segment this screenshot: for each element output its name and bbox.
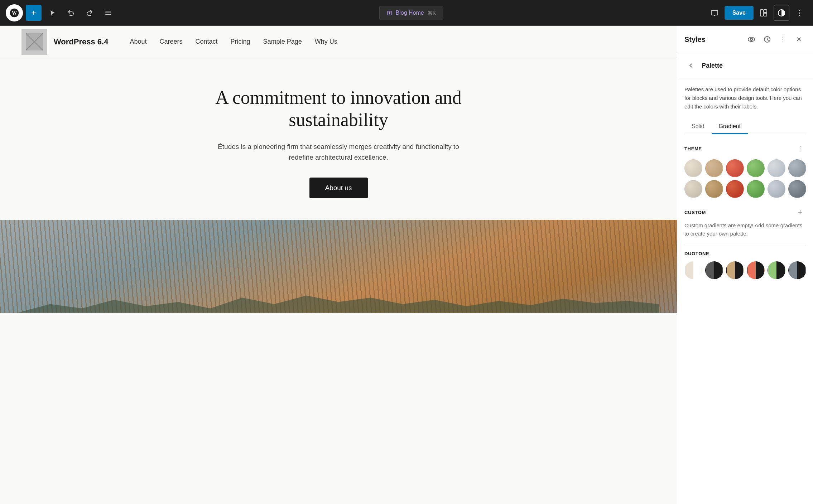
color-tabs: Solid Gradient <box>684 120 806 134</box>
hero-subtitle: Études is a pioneering firm that seamles… <box>217 141 460 163</box>
svg-text:W: W <box>12 10 17 16</box>
select-tool-button[interactable] <box>44 5 60 21</box>
duotone-grid <box>684 261 806 279</box>
duotone-swatch-5[interactable] <box>768 261 785 279</box>
add-custom-gradient-button[interactable]: + <box>794 207 806 218</box>
building-photo <box>0 220 677 313</box>
site-preview: WordPress 6.4 About Careers Contact Pric… <box>0 26 677 504</box>
svg-rect-8 <box>764 10 767 13</box>
tab-gradient[interactable]: Gradient <box>712 120 748 134</box>
svg-rect-7 <box>760 10 763 16</box>
styles-eye-button[interactable] <box>744 32 759 47</box>
duotone-swatch-1[interactable] <box>684 261 702 279</box>
undo-button[interactable] <box>63 5 79 21</box>
styles-close-button[interactable]: ✕ <box>792 32 806 47</box>
options-button[interactable]: ⋮ <box>792 5 807 21</box>
custom-section-header: CUSTOM + <box>684 207 806 218</box>
duotone-swatch-4[interactable] <box>747 261 765 279</box>
panel-header: Styles ⋮ ✕ <box>677 26 813 53</box>
nav-why-us[interactable]: Why Us <box>315 38 337 45</box>
panel-title: Styles <box>684 35 706 44</box>
svg-point-14 <box>748 37 755 42</box>
blog-home-label: Blog Home <box>396 10 424 16</box>
document-overview-button[interactable] <box>100 5 116 21</box>
palette-title: Palette <box>702 62 723 69</box>
gradient-swatch-11[interactable] <box>768 180 785 198</box>
gradient-swatch-1[interactable] <box>684 159 702 177</box>
panel-header-icons: ⋮ ✕ <box>744 32 806 47</box>
gradient-swatch-10[interactable] <box>747 180 765 198</box>
duotone-swatch-2[interactable] <box>705 261 723 279</box>
theme-more-button[interactable]: ⋮ <box>794 143 806 154</box>
blog-home-icon: ⊞ <box>387 9 392 17</box>
nav-about[interactable]: About <box>130 38 146 45</box>
svg-rect-4 <box>105 14 111 15</box>
svg-rect-9 <box>764 13 767 16</box>
gradient-swatch-8[interactable] <box>705 180 723 198</box>
wp-logo-icon[interactable]: W <box>6 4 23 21</box>
site-header: WordPress 6.4 About Careers Contact Pric… <box>0 26 677 58</box>
styles-more-button[interactable]: ⋮ <box>776 32 790 47</box>
gradient-swatch-6[interactable] <box>788 159 806 177</box>
nav-careers[interactable]: Careers <box>160 38 183 45</box>
gradient-swatch-12[interactable] <box>788 180 806 198</box>
device-preview-button[interactable] <box>707 5 722 21</box>
svg-rect-2 <box>105 11 111 11</box>
panel-body: Palettes are used to provide default col… <box>677 78 813 504</box>
topbar-right: Save ⋮ <box>707 5 807 21</box>
gradient-swatch-3[interactable] <box>726 159 744 177</box>
dark-mode-toggle[interactable] <box>774 5 789 21</box>
nav-contact[interactable]: Contact <box>196 38 218 45</box>
section-divider <box>684 245 806 245</box>
styles-panel: Styles ⋮ ✕ Palette <box>677 26 813 504</box>
custom-label: CUSTOM <box>684 210 706 215</box>
hero-section: A commitment to innovation and sustainab… <box>0 58 677 220</box>
nav-sample-page[interactable]: Sample Page <box>263 38 302 45</box>
redo-button[interactable] <box>82 5 97 21</box>
site-title: WordPress 6.4 <box>54 37 108 47</box>
main-layout: WordPress 6.4 About Careers Contact Pric… <box>0 26 813 504</box>
gradient-swatch-4[interactable] <box>747 159 765 177</box>
building-image <box>0 220 677 313</box>
palette-subheader: Palette <box>677 53 813 78</box>
palette-description: Palettes are used to provide default col… <box>684 85 806 111</box>
tab-solid[interactable]: Solid <box>684 120 712 134</box>
svg-rect-5 <box>711 10 718 15</box>
add-block-button[interactable]: + <box>26 5 42 21</box>
about-us-button[interactable]: About us <box>309 178 368 198</box>
gradient-swatch-7[interactable] <box>684 180 702 198</box>
svg-rect-3 <box>105 13 111 13</box>
duotone-swatch-6[interactable] <box>788 261 806 279</box>
theme-label: THEME <box>684 146 702 151</box>
duotone-swatch-3[interactable] <box>726 261 744 279</box>
gradient-swatch-9[interactable] <box>726 180 744 198</box>
gradient-swatch-2[interactable] <box>705 159 723 177</box>
custom-section: CUSTOM + Custom gradients are empty! Add… <box>684 207 806 238</box>
duotone-label: DUOTONE <box>684 251 709 256</box>
site-url-bar[interactable]: ⊞ Blog Home ⌘K <box>379 6 444 20</box>
theme-section-header: THEME ⋮ <box>684 143 806 154</box>
site-logo-area: WordPress 6.4 <box>21 29 108 55</box>
save-button[interactable]: Save <box>725 6 754 20</box>
hero-title: A commitment to innovation and sustainab… <box>213 87 464 131</box>
site-nav: About Careers Contact Pricing Sample Pag… <box>130 38 337 45</box>
styles-history-button[interactable] <box>760 32 774 47</box>
nav-pricing[interactable]: Pricing <box>231 38 250 45</box>
duotone-section-header: DUOTONE <box>684 251 806 256</box>
keyboard-shortcut: ⌘K <box>428 10 436 16</box>
custom-empty-message: Custom gradients are empty! Add some gra… <box>684 222 806 238</box>
site-logo-image <box>21 29 47 55</box>
palette-back-button[interactable] <box>684 59 697 72</box>
topbar-center: ⊞ Blog Home ⌘K <box>119 6 704 20</box>
gradient-swatch-5[interactable] <box>768 159 785 177</box>
svg-point-15 <box>750 38 752 40</box>
svg-rect-6 <box>714 15 715 16</box>
theme-gradient-grid <box>684 159 806 198</box>
canvas-area: WordPress 6.4 About Careers Contact Pric… <box>0 26 677 504</box>
duotone-section: DUOTONE <box>684 251 806 279</box>
layout-button[interactable] <box>756 5 771 21</box>
topbar: W + ⊞ Blog Home ⌘K Save <box>0 0 813 26</box>
